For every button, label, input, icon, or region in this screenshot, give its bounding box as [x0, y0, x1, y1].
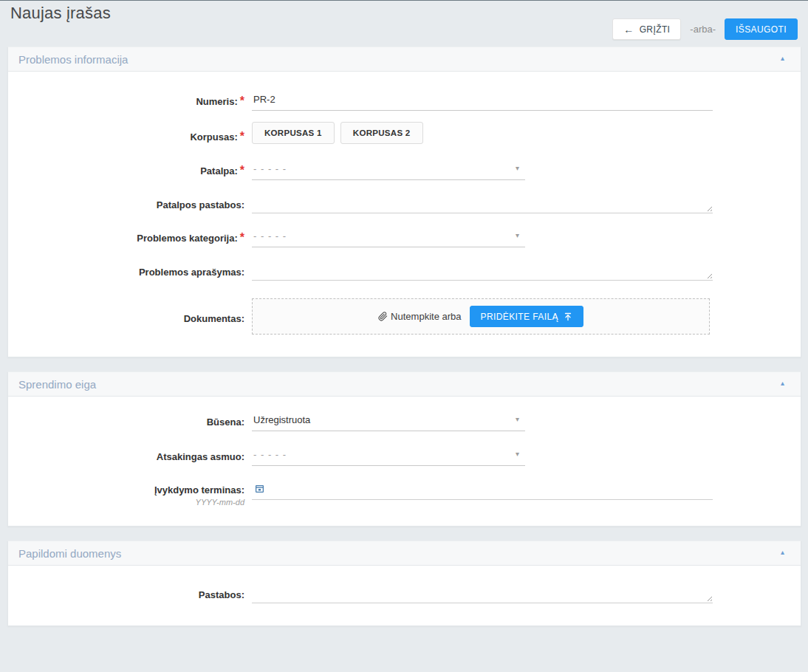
patalpos-pastabos-label: Patalpos pastabos:	[157, 199, 244, 210]
chevron-down-icon: ▾	[516, 165, 519, 172]
upload-icon	[564, 312, 572, 321]
ivykdymo-terminas-input[interactable]	[270, 483, 711, 494]
back-button[interactable]: ← GRĮŽTI	[612, 18, 681, 40]
collapse-caret-icon[interactable]: ▴	[781, 549, 784, 556]
form-row-pastabos: Pastabos:	[8, 586, 801, 603]
problemos-aprasymas-label: Problemos aprašymas:	[139, 267, 244, 278]
section-body-solution: Būsena: Užregistruota ▾ Atsakingas asmuo…	[8, 397, 801, 526]
section-title: Papildomi duomenys	[18, 547, 121, 560]
busena-select[interactable]: Užregistruota ▾	[252, 413, 525, 431]
page-header: Naujas įrašas ← GRĮŽTI -arba- IŠSAUGOTI	[0, 1, 808, 47]
dropzone-text: Nutempkite arba	[391, 311, 461, 322]
problemos-kategorija-select[interactable]: - - - - - ▾	[252, 229, 525, 247]
section-header-solution[interactable]: Sprendimo eiga ▴	[8, 372, 801, 397]
ivykdymo-terminas-field	[252, 481, 713, 500]
calendar-icon[interactable]	[255, 484, 264, 493]
add-file-button[interactable]: PRIDĖKITE FAILĄ	[470, 306, 583, 327]
patalpa-select-value: - - - - -	[253, 163, 287, 174]
required-asterisk: *	[240, 164, 244, 176]
patalpa-label: Patalpa:	[200, 165, 238, 176]
section-card-problem: Problemos informacija ▴ Numeris:* Korpus…	[7, 47, 801, 357]
save-button-label: IŠSAUGOTI	[736, 24, 787, 35]
dokumentas-label: Dokumentas:	[184, 313, 244, 324]
chevron-down-icon: ▾	[516, 232, 519, 239]
problemos-kategorija-select-value: - - - - -	[253, 230, 287, 241]
pastabos-label: Pastabos:	[199, 589, 244, 600]
back-button-label: GRĮŽTI	[640, 24, 671, 35]
form-row-dokumentas: Dokumentas: Nutempkite arba PRIDĖKITE FA…	[8, 300, 801, 335]
ivykdymo-terminas-label: Įvykdymo terminas:	[154, 484, 244, 496]
required-asterisk: *	[240, 231, 244, 244]
section-header-problem[interactable]: Problemos informacija ▴	[8, 47, 801, 72]
section-card-extra: Papildomi duomenys ▴ Pastabos:	[7, 541, 801, 626]
form-row-numeris: Numeris:*	[8, 92, 801, 111]
form-row-atsakingas-asmuo: Atsakingas asmuo: - - - - - ▾	[8, 448, 801, 466]
section-title: Sprendimo eiga	[18, 378, 96, 391]
numeris-input[interactable]	[252, 92, 713, 111]
form-row-problemos-kategorija: Problemos kategorija:* - - - - - ▾	[8, 229, 801, 247]
atsakingas-asmuo-select[interactable]: - - - - - ▾	[252, 448, 525, 466]
form-row-ivykdymo-terminas: Įvykdymo terminas: YYYY-mm-dd	[8, 481, 801, 507]
numeris-label: Numeris:	[196, 96, 237, 107]
back-arrow-icon: ←	[623, 24, 634, 35]
form-row-patalpa: Patalpa:* - - - - - ▾	[8, 162, 801, 180]
or-separator: -arba-	[690, 24, 716, 35]
patalpa-select[interactable]: - - - - - ▾	[252, 162, 525, 180]
required-asterisk: *	[240, 95, 244, 107]
atsakingas-asmuo-select-value: - - - - -	[253, 449, 287, 460]
dokumentas-dropzone[interactable]: Nutempkite arba PRIDĖKITE FAILĄ	[252, 298, 710, 335]
busena-label: Būsena:	[207, 416, 244, 428]
korpusas-label: Korpusas:	[190, 131, 237, 143]
form-row-patalpos-pastabos: Patalpos pastabos:	[8, 196, 801, 213]
paperclip-icon	[378, 311, 388, 322]
busena-select-value: Užregistruota	[253, 414, 310, 425]
korpusas-toggle-group: KORPUSAS 1 KORPUSAS 2	[252, 122, 423, 144]
section-header-extra[interactable]: Papildomi duomenys ▴	[8, 541, 801, 566]
section-title: Problemos informacija	[18, 53, 128, 66]
chevron-down-icon: ▾	[516, 450, 519, 458]
form-row-busena: Būsena: Užregistruota ▾	[8, 413, 801, 431]
pastabos-textarea[interactable]	[252, 586, 713, 603]
chevron-down-icon: ▾	[516, 416, 519, 423]
patalpos-pastabos-textarea[interactable]	[252, 196, 713, 213]
required-asterisk: *	[240, 130, 244, 143]
korpusas-button-2[interactable]: KORPUSAS 2	[340, 122, 423, 144]
section-body-extra: Pastabos:	[8, 566, 801, 625]
problemos-aprasymas-textarea[interactable]	[252, 263, 713, 281]
korpusas-button-1[interactable]: KORPUSAS 1	[252, 122, 335, 144]
collapse-caret-icon[interactable]: ▴	[781, 380, 784, 387]
form-row-korpusas: Korpusas:* KORPUSAS 1 KORPUSAS 2	[8, 124, 801, 144]
problemos-kategorija-label: Problemos kategorija:	[137, 233, 238, 244]
collapse-caret-icon[interactable]: ▴	[781, 55, 784, 62]
save-button[interactable]: IŠSAUGOTI	[725, 18, 798, 40]
add-file-button-label: PRIDĖKITE FAILĄ	[481, 312, 558, 322]
date-format-hint: YYYY-mm-dd	[8, 498, 244, 507]
section-card-solution: Sprendimo eiga ▴ Būsena: Užregistruota ▾…	[7, 371, 801, 527]
atsakingas-asmuo-label: Atsakingas asmuo:	[157, 451, 244, 462]
form-row-problemos-aprasymas: Problemos aprašymas:	[8, 263, 801, 281]
header-actions: ← GRĮŽTI -arba- IŠSAUGOTI	[612, 18, 798, 40]
section-body-problem: Numeris:* Korpusas:* KORPUSAS 1 KORPUSAS…	[8, 72, 801, 357]
